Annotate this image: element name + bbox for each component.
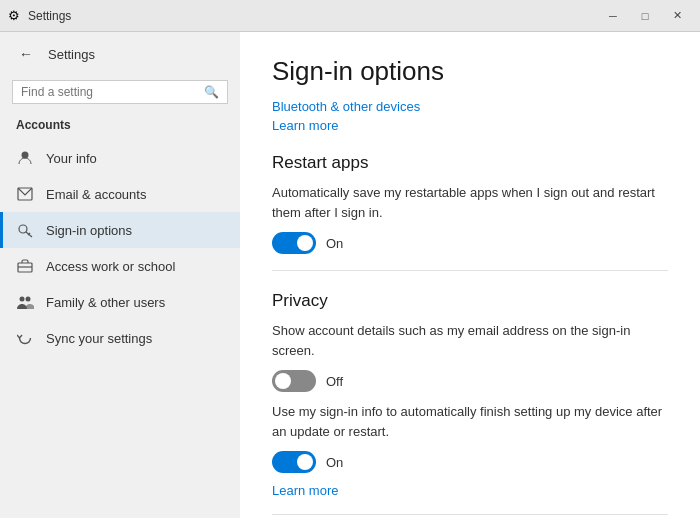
sidebar-item-email-accounts[interactable]: Email & accounts <box>0 176 240 212</box>
sidebar-item-access-work[interactable]: Access work or school <box>0 248 240 284</box>
title-bar-controls: ─ □ ✕ <box>598 6 692 26</box>
person-icon <box>16 149 34 167</box>
privacy-section: Privacy Show account details such as my … <box>272 291 668 498</box>
svg-point-0 <box>22 152 29 159</box>
restart-apps-toggle[interactable] <box>272 232 316 254</box>
sidebar-item-label-email: Email & accounts <box>46 187 146 202</box>
sidebar-item-label-sign-in: Sign-in options <box>46 223 132 238</box>
privacy-sub2-toggle-row: On <box>272 451 668 473</box>
privacy-title: Privacy <box>272 291 668 311</box>
privacy-sub2-desc: Use my sign-in info to automatically fin… <box>272 402 668 441</box>
app-body: ← Settings 🔍 Accounts Your info <box>0 32 700 518</box>
restart-apps-toggle-label: On <box>326 236 343 251</box>
svg-point-2 <box>19 225 27 233</box>
search-input[interactable] <box>21 85 198 99</box>
sync-icon <box>16 329 34 347</box>
family-icon <box>16 293 34 311</box>
sidebar-item-label-access-work: Access work or school <box>46 259 175 274</box>
sidebar-item-your-info[interactable]: Your info <box>0 140 240 176</box>
sidebar-item-family-users[interactable]: Family & other users <box>0 284 240 320</box>
sidebar-item-label-sync: Sync your settings <box>46 331 152 346</box>
learn-more-top-link[interactable]: Learn more <box>272 118 668 133</box>
svg-point-7 <box>20 297 25 302</box>
search-box[interactable]: 🔍 <box>12 80 228 104</box>
divider-1 <box>272 270 668 271</box>
sidebar-item-sign-in-options[interactable]: Sign-in options <box>0 212 240 248</box>
maximize-button[interactable]: □ <box>630 6 660 26</box>
bluetooth-link[interactable]: Bluetooth & other devices <box>272 99 668 114</box>
main-panel: Sign-in options Bluetooth & other device… <box>240 32 700 518</box>
sidebar: ← Settings 🔍 Accounts Your info <box>0 32 240 518</box>
search-icon: 🔍 <box>204 85 219 99</box>
settings-icon: ⚙ <box>8 8 20 23</box>
privacy-sub1-toggle[interactable] <box>272 370 316 392</box>
key-icon <box>16 221 34 239</box>
sidebar-section-label: Accounts <box>0 114 240 140</box>
email-icon <box>16 185 34 203</box>
sidebar-app-title: Settings <box>48 47 95 62</box>
restart-apps-title: Restart apps <box>272 153 668 173</box>
title-bar-left: ⚙ Settings <box>8 8 71 23</box>
restart-apps-section: Restart apps Automatically save my resta… <box>272 153 668 254</box>
privacy-sub1-toggle-label: Off <box>326 374 343 389</box>
title-bar: ⚙ Settings ─ □ ✕ <box>0 0 700 32</box>
restart-apps-toggle-row: On <box>272 232 668 254</box>
privacy-sub1-desc: Show account details such as my email ad… <box>272 321 668 360</box>
close-button[interactable]: ✕ <box>662 6 692 26</box>
divider-2 <box>272 514 668 515</box>
restart-apps-desc: Automatically save my restartable apps w… <box>272 183 668 222</box>
privacy-sub1-toggle-row: Off <box>272 370 668 392</box>
title-bar-title: Settings <box>28 9 71 23</box>
privacy-sub2-toggle-label: On <box>326 455 343 470</box>
briefcase-icon <box>16 257 34 275</box>
back-button[interactable]: ← <box>12 40 40 68</box>
minimize-button[interactable]: ─ <box>598 6 628 26</box>
page-title: Sign-in options <box>272 56 668 87</box>
privacy-learn-more-link[interactable]: Learn more <box>272 483 668 498</box>
sidebar-item-label-your-info: Your info <box>46 151 97 166</box>
sidebar-item-sync-settings[interactable]: Sync your settings <box>0 320 240 356</box>
sidebar-item-label-family: Family & other users <box>46 295 165 310</box>
sidebar-nav-top: ← Settings <box>0 32 240 76</box>
svg-point-8 <box>26 297 31 302</box>
privacy-sub2-toggle[interactable] <box>272 451 316 473</box>
